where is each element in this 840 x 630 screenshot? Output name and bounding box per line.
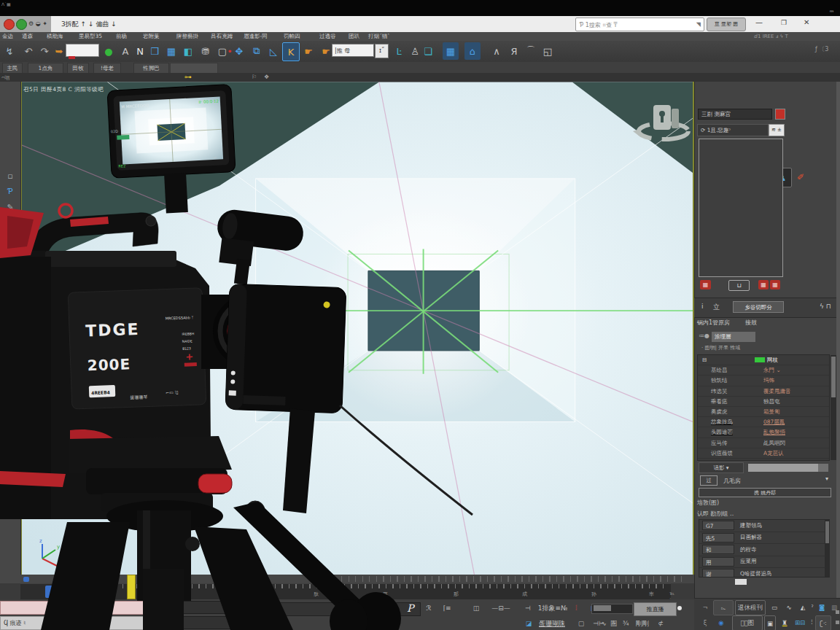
ribbon-sub-icon[interactable]: ❖: [264, 73, 269, 82]
status-icon[interactable]: ⊄: [656, 616, 665, 630]
menu-item[interactable]: 稿助海: [47, 32, 63, 41]
playback-icon[interactable]: ⫶: [809, 615, 814, 629]
toolbar-icon[interactable]: ◧: [180, 42, 196, 60]
ribbon-tab[interactable]: 主民: [2, 63, 23, 74]
auto-key-button[interactable]: 推直播: [634, 602, 677, 616]
toolbar-icon[interactable]: ☛: [300, 42, 316, 60]
time-slider-handle[interactable]: [127, 575, 136, 599]
status-icon[interactable]: ⊣⊢: [591, 616, 606, 630]
status-icon[interactable]: ⸾: [574, 601, 578, 615]
menu-item[interactable]: 岩附葉: [143, 32, 160, 41]
layer-icon[interactable]: 过: [700, 475, 718, 486]
left-toolbar-icon[interactable]: ▱: [2, 249, 18, 262]
menu-item[interactable]: 金边: [2, 32, 13, 41]
table-row[interactable]: 垂看痣 独昌屯: [698, 397, 829, 407]
wide-panel-button[interactable]: 携 姚丹邸: [699, 488, 831, 497]
playback-icon[interactable]: ⌳: [713, 600, 734, 615]
motion-dropdown-button[interactable]: 话影 ▾: [699, 462, 744, 473]
options-key[interactable]: 用: [702, 557, 734, 567]
playback-icon[interactable]: ◉: [713, 615, 729, 629]
toolbar-icon[interactable]: ◱: [540, 42, 556, 60]
menu-item[interactable]: 打烟ˊ猫ˋ: [368, 32, 390, 41]
menu-item[interactable]: 过透谷: [319, 32, 336, 41]
ribbon-tab-blank[interactable]: [170, 63, 218, 74]
workspace-button[interactable]: 亘 亜塑 囲: [707, 18, 746, 31]
playback-icon[interactable]: ▣: [764, 615, 776, 630]
status-icon[interactable]: ⊣: [523, 601, 533, 615]
playback-icon[interactable]: ¬: [701, 600, 709, 614]
expand-icon[interactable]: ⊟: [698, 355, 755, 365]
red-circle-button[interactable]: [4, 19, 15, 30]
selection-filter-combo[interactable]: |推 母: [332, 44, 374, 57]
playback-icon[interactable]: ◭: [798, 600, 808, 614]
toolbar-icon[interactable]: ❏: [420, 42, 436, 60]
options-row[interactable]: G7 建塑領鸟: [699, 520, 829, 532]
modifier-stack-list[interactable]: [699, 139, 783, 277]
viewport[interactable]: [20, 82, 694, 583]
menu-item[interactable]: 罚帕四: [284, 32, 300, 41]
options-table[interactable]: G7 建塑領鸟 先5 目画解器 和 的程寺 用 应菜用 谢 Q哈提督追岛: [699, 519, 830, 578]
toolbar-icon[interactable]: ⌂: [464, 42, 481, 60]
table-row[interactable]: 基绘昌 永門 ⌄: [698, 365, 829, 376]
minimize-button[interactable]: —: [755, 18, 763, 26]
table-row-first[interactable]: ⊟ 网枝: [698, 355, 829, 365]
menu-item[interactable]: 牌整藝掛: [176, 32, 198, 41]
maximize-button[interactable]: ❐: [781, 19, 787, 26]
table-row[interactable]: 奥虞虎 箱曼匍: [698, 407, 829, 417]
left-toolbar-icon[interactable]: ⌙: [2, 265, 18, 278]
toolbar-icon[interactable]: N: [132, 42, 148, 60]
search-icon[interactable]: ◥: [696, 21, 701, 28]
options-row[interactable]: 用 应菜用: [699, 556, 829, 569]
toolbar-icon[interactable]: ↷: [36, 42, 52, 60]
toolbar-icon[interactable]: ∧: [489, 42, 505, 60]
playback-icon[interactable]: ▁: [780, 615, 789, 629]
viewport-label[interactable]: 召5日 田醛4页8 C 润阳等级吧: [23, 86, 104, 93]
toolbar-icon[interactable]: ⧉: [249, 42, 265, 60]
toolbar-icon[interactable]: ▦: [443, 42, 459, 60]
panel-tab-icon[interactable]: ✐: [792, 168, 809, 186]
track-bar[interactable]: [20, 575, 694, 583]
options-scrollbar[interactable]: [825, 520, 830, 577]
subheader-center-button[interactable]: 乡谷切即分: [733, 301, 784, 313]
object-name-field[interactable]: 三剧 测麻宫: [698, 109, 772, 120]
object-color-swatch[interactable]: [775, 109, 785, 120]
menu-item[interactable]: 里易型35: [79, 32, 102, 41]
properties-table[interactable]: ⊟ 网枝 基绘昌 永門 ⌄ 独筑结 玛饰 纬选昊 覆柔甩庸音 垂看痣 独昌屯 奥…: [697, 354, 830, 461]
viewcube[interactable]: [631, 98, 696, 150]
toolbar-icon[interactable]: K: [282, 42, 300, 61]
toolbar-icon[interactable]: ◺: [265, 42, 281, 60]
status-icon[interactable]: ℛ: [423, 601, 435, 615]
ribbon-tab[interactable]: !母老: [93, 63, 121, 74]
menu-item[interactable]: 吕石克姆: [211, 32, 233, 41]
table-row[interactable]: 应马传 乩凤唱閃: [698, 438, 829, 448]
playback-icon[interactable]: ʗ⁖: [815, 615, 831, 630]
playback-icon[interactable]: ⊞⊟: [792, 615, 808, 629]
left-toolbar-icon[interactable]: Ƥ: [2, 184, 18, 198]
ribbon-sub-icon[interactable]: ⚐: [252, 73, 257, 82]
options-row[interactable]: 谢 Q哈提督追岛: [699, 568, 829, 578]
modifier-dropdown[interactable]: ⟳ 1且.惡趣ᵓ: [697, 124, 769, 136]
toolbar-icon[interactable]: ❒: [147, 42, 163, 60]
modifier-dropdown-button[interactable]: ≋ ±: [769, 124, 785, 136]
playback-icon[interactable]: 记᷍图: [732, 615, 763, 630]
menu-item[interactable]: 团趴: [349, 32, 359, 41]
options-key[interactable]: 谢: [702, 569, 734, 578]
toolbar-icon[interactable]: Ŀ: [391, 42, 407, 60]
toolbar-icon[interactable]: ⛃: [198, 42, 214, 60]
playback-icon[interactable]: 退休租刊: [735, 600, 766, 615]
time-slider-mini-track[interactable]: [591, 604, 633, 614]
toolbar-icon[interactable]: ↯: [1, 42, 18, 60]
status-icon[interactable]: 1排象≡№: [536, 601, 569, 615]
timeline-key-button[interactable]: ◪: [45, 586, 67, 598]
toolbar-icon[interactable]: ✥: [231, 42, 247, 60]
panel-scrollbar[interactable]: [836, 82, 840, 598]
table-row[interactable]: 识疽薇馈 A龙芭认: [698, 448, 829, 459]
table-scrollbar[interactable]: [831, 355, 836, 460]
left-toolbar-icon[interactable]: ◆: [2, 313, 18, 326]
table-row[interactable]: 岔象抟鸟 087届鳳: [698, 417, 829, 427]
subheader-right-icons[interactable]: ϟ ⊓: [820, 303, 831, 310]
green-circle-button[interactable]: [16, 19, 27, 30]
menu-item[interactable]: 通森: [22, 32, 33, 41]
close-button[interactable]: ✕: [804, 18, 809, 26]
options-row[interactable]: 先5 目画解器: [699, 532, 829, 545]
